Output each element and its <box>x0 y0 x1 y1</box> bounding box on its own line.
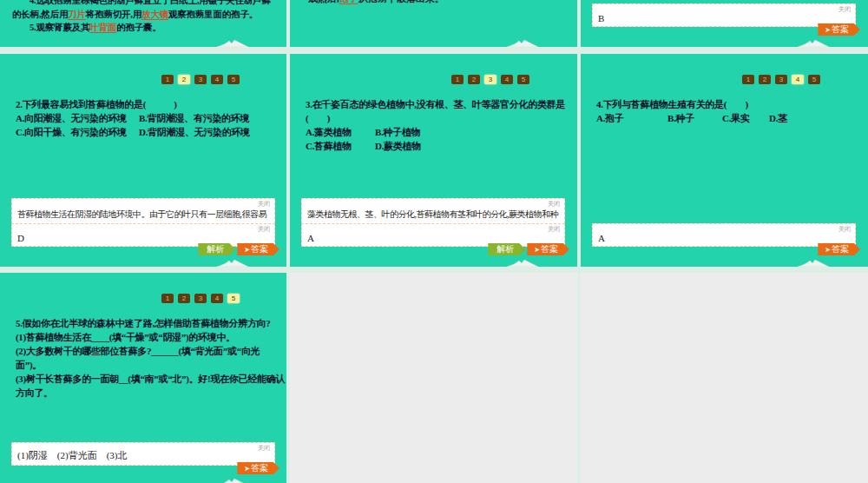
slide-q1-answer-partial[interactable]: 关闭 B ➤答案 <box>581 0 868 47</box>
pager-item-4[interactable]: 4 <box>211 294 223 303</box>
slide-buttons: 解析 ➤答案 <box>290 243 569 255</box>
close-link[interactable]: 关闭 <box>838 5 851 14</box>
question-block: 4.下列与苔藓植物生殖有关的是( ) A.孢子B.种子C.果实D.茎 <box>596 97 858 125</box>
pager-item-4[interactable]: 4 <box>501 75 513 84</box>
option-b: B.种子植物 <box>375 125 420 139</box>
slide-q4[interactable]: 1 2 3 4 5 4.下列与苔藓植物生殖有关的是( ) A.孢子B.种子C.果… <box>581 54 868 267</box>
pager-item-1[interactable]: 1 <box>742 75 754 84</box>
arrow-icon: ➤ <box>244 246 250 254</box>
highlighted-term: 放大镜 <box>141 10 168 19</box>
slide-buttons: ➤答案 <box>581 243 860 255</box>
pager-item-4[interactable]: 4 <box>792 75 804 84</box>
page-curl-icon <box>217 38 248 47</box>
slide-pager: 1 2 3 4 5 <box>161 294 240 303</box>
step-text: 选取孢蒴呈棕褐色的葫芦藓直立于白纸上,用镊子夹住葫芦藓 <box>36 0 270 5</box>
question-text: 方向了。 <box>16 386 278 400</box>
answer-text: A <box>598 233 605 243</box>
answer-text: A <box>307 233 314 243</box>
answer-button[interactable]: ➤答案 <box>818 243 860 255</box>
close-link[interactable]: 关闭 <box>548 200 560 208</box>
arrow-icon: ➤ <box>244 465 250 473</box>
option-b: B.种子 <box>667 111 722 125</box>
step-4-line-2: 的长柄,然后用刀片将孢蒴切开,用放大镜观察孢蒴里面的孢子。 <box>12 8 278 22</box>
option-d: D.背阴潮湿、无污染的环境 <box>139 125 250 139</box>
step-text: 将孢蒴切开,用 <box>86 10 141 19</box>
slide-q5[interactable]: 1 2 3 4 5 5.假如你在北半球的森林中迷了路,怎样借助苔藓植物分辨方向?… <box>0 273 286 483</box>
option-d: D.蕨类植物 <box>375 139 421 153</box>
close-link[interactable]: 关闭 <box>258 200 270 208</box>
pager-item-5[interactable]: 5 <box>517 75 529 84</box>
close-link[interactable]: 关闭 <box>838 225 851 234</box>
page-curl-icon <box>798 258 829 267</box>
pager-item-2[interactable]: 2 <box>178 294 190 303</box>
question-text: 3.在千姿百态的绿色植物中,没有根、茎、叶等器官分化的类群是 <box>306 97 568 111</box>
analysis-button[interactable]: 解析 <box>198 243 235 255</box>
clipped-text: 从孢蒴中散落出来。 <box>358 0 444 3</box>
pager-item-3[interactable]: 3 <box>484 75 496 84</box>
page-curl-icon <box>217 258 248 267</box>
pager-item-4[interactable]: 4 <box>211 75 223 84</box>
step-text: 的孢子囊。 <box>116 23 161 32</box>
page-curl-icon <box>507 38 538 47</box>
highlighted-term: 刀片 <box>68 10 86 19</box>
page-curl-icon <box>507 258 538 267</box>
slide-buttons: ➤答案 <box>0 462 279 474</box>
close-link[interactable]: 关闭 <box>258 444 270 453</box>
answer-text: B <box>598 13 604 23</box>
slide-canvas: 成熟后,孢子从孢蒴中散落出来。 <box>290 0 576 47</box>
question-block: 5.假如你在北半球的森林中迷了路,怎样借助苔藓植物分辨方向? (1)苔藓植物生活… <box>16 316 278 400</box>
pager-item-2[interactable]: 2 <box>759 75 771 84</box>
slide-experiment-partial[interactable]: 4.选取孢蒴呈棕褐色的葫芦藓直立于白纸上,用镊子夹住葫芦藓 的长柄,然后用刀片将… <box>0 0 286 47</box>
step-text: 观察孢蒴里面的孢子。 <box>168 10 258 19</box>
option-a: A.孢子 <box>596 111 667 125</box>
pager-item-3[interactable]: 3 <box>194 294 207 303</box>
question-text: 2.下列最容易找到苔藓植物的是( ) <box>16 97 278 111</box>
slide-q2[interactable]: 1 2 3 4 5 2.下列最容易找到苔藓植物的是( ) A.向阳潮湿、无污染的… <box>0 54 286 267</box>
pager-item-2[interactable]: 2 <box>178 75 190 84</box>
question-text: (2)大多数树干的哪些部位苔藓多?______(填“背光面”或“向光 <box>16 344 278 358</box>
slide-buttons: 解析 ➤答案 <box>0 243 279 255</box>
slide-canvas: 关闭 B ➤答案 <box>581 0 867 47</box>
slide-canvas: 4.选取孢蒴呈棕褐色的葫芦藓直立于白纸上,用镊子夹住葫芦藓 的长柄,然后用刀片将… <box>0 0 286 47</box>
slide-discussion-partial[interactable]: 成熟后,孢子从孢蒴中散落出来。 <box>290 0 577 47</box>
close-link[interactable]: 关闭 <box>548 225 560 234</box>
page-curl-icon <box>217 477 248 483</box>
pager-item-1[interactable]: 1 <box>451 75 464 84</box>
empty-grid-cell <box>290 273 577 483</box>
question-text: 4.下列与苔藓植物生殖有关的是( ) <box>596 97 858 111</box>
question-text: 5.假如你在北半球的森林中迷了路,怎样借助苔藓植物分辨方向? <box>16 316 278 330</box>
answer-button[interactable]: ➤答案 <box>818 23 860 36</box>
options-row: C.向阳干燥、有污染的环境D.背阴潮湿、无污染的环境 <box>16 125 278 139</box>
answer-button[interactable]: ➤答案 <box>237 243 279 255</box>
question-text: (3)树干长苔藓多的一面朝__(填“南”或“北”)。好!现在你已经能确认 <box>16 372 278 386</box>
pager-item-3[interactable]: 3 <box>775 75 787 84</box>
option-a: A.向阳潮湿、无污染的环境 <box>16 111 139 125</box>
close-link[interactable]: 关闭 <box>258 225 270 234</box>
answer-button[interactable]: ➤答案 <box>237 462 279 474</box>
slide-q3[interactable]: 1 2 3 4 5 3.在千姿百态的绿色植物中,没有根、茎、叶等器官分化的类群是… <box>290 54 577 267</box>
pager-item-3[interactable]: 3 <box>194 75 207 84</box>
question-text: (1)苔藓植物生活在____(填“干燥”或“阴湿”)的环境中。 <box>16 330 278 344</box>
arrow-icon: ➤ <box>825 246 831 254</box>
slide-pager: 1 2 3 4 5 <box>161 75 240 84</box>
slide-sorter-grid: 4.选取孢蒴呈棕褐色的葫芦藓直立于白纸上,用镊子夹住葫芦藓 的长柄,然后用刀片将… <box>0 0 868 483</box>
pager-item-5[interactable]: 5 <box>227 294 240 303</box>
analysis-text: 苔藓植物生活在阴湿的陆地环境中。由于它的叶只有一层细胞,很容易 <box>17 208 266 221</box>
empty-grid-cell <box>581 273 868 483</box>
pager-item-1[interactable]: 1 <box>161 75 174 84</box>
pager-item-5[interactable]: 5 <box>808 75 820 84</box>
option-c: C.果实 <box>722 111 769 125</box>
analysis-popup: 关闭 苔藓植物生活在阴湿的陆地环境中。由于它的叶只有一层细胞,很容易 <box>11 198 275 224</box>
clipped-text-line: 成熟后,孢子从孢蒴中散落出来。 <box>308 0 444 5</box>
options-row: A.孢子B.种子C.果实D.茎 <box>596 111 858 125</box>
pager-item-1[interactable]: 1 <box>161 294 174 303</box>
step-text: 观察肾蕨及其 <box>36 23 89 32</box>
pager-item-5[interactable]: 5 <box>227 75 240 84</box>
analysis-button[interactable]: 解析 <box>488 243 525 255</box>
option-b: B.背阴潮湿、有污染的环境 <box>139 111 249 125</box>
answer-button[interactable]: ➤答案 <box>527 243 569 255</box>
answer-button-label: 答案 <box>832 244 849 254</box>
answer-text: D <box>17 233 24 243</box>
analysis-text: 藻类植物无根、茎、叶的分化,苔藓植物有茎和叶的分化,蕨类植物和种 <box>307 208 558 221</box>
pager-item-2[interactable]: 2 <box>468 75 480 84</box>
